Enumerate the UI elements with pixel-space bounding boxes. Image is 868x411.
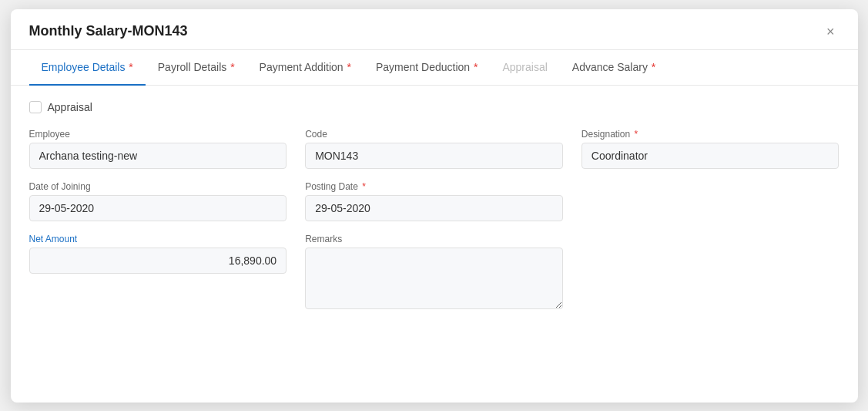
designation-label: Designation * — [581, 129, 840, 140]
posting-date-label: Posting Date * — [305, 181, 563, 192]
code-label: Code — [305, 129, 563, 140]
code-group: Code — [305, 129, 563, 169]
appraisal-row: Appraisal — [29, 101, 840, 113]
appraisal-checkbox[interactable] — [29, 101, 42, 113]
form-row-2: Date of Joining Posting Date * — [29, 181, 840, 221]
tab-payment-addition[interactable]: Payment Addition * — [247, 50, 364, 86]
designation-input[interactable] — [581, 143, 840, 169]
tab-advance-salary[interactable]: Advance Salary * — [560, 50, 668, 86]
modal-title: Monthly Salary-MON143 — [29, 23, 188, 39]
net-amount-group: Net Amount — [29, 234, 287, 309]
tab-payment-deduction[interactable]: Payment Deduction * — [364, 50, 491, 86]
posting-date-group: Posting Date * — [305, 181, 563, 221]
net-amount-input[interactable] — [29, 248, 287, 274]
date-of-joining-group: Date of Joining — [29, 181, 287, 221]
close-button[interactable]: × — [822, 23, 840, 40]
tab-employee-details[interactable]: Employee Details * — [29, 50, 146, 86]
net-amount-label: Net Amount — [29, 234, 287, 244]
code-input[interactable] — [305, 143, 563, 169]
employee-group: Employee — [29, 129, 287, 169]
modal-body: Appraisal Employee Code Designation * — [11, 86, 858, 399]
date-of-joining-label: Date of Joining — [29, 181, 287, 192]
tab-payroll-details[interactable]: Payroll Details * — [146, 50, 247, 86]
remarks-group: Remarks — [305, 234, 563, 309]
tab-appraisal: Appraisal — [490, 50, 559, 86]
posting-date-input[interactable] — [305, 195, 563, 221]
remarks-textarea[interactable] — [305, 248, 563, 309]
empty-group-1 — [581, 181, 840, 221]
remarks-label: Remarks — [305, 234, 563, 244]
tab-bar: Employee Details * Payroll Details * Pay… — [11, 50, 858, 86]
form-row-3: Net Amount Remarks — [29, 234, 840, 309]
employee-input[interactable] — [29, 143, 287, 169]
modal-container: Monthly Salary-MON143 × Employee Details… — [11, 9, 858, 403]
designation-group: Designation * — [581, 129, 840, 169]
empty-group-2 — [581, 234, 840, 309]
appraisal-label: Appraisal — [48, 101, 92, 113]
modal-header: Monthly Salary-MON143 × — [11, 9, 858, 50]
employee-label: Employee — [29, 129, 287, 140]
date-of-joining-input[interactable] — [29, 195, 287, 221]
form-row-1: Employee Code Designation * — [29, 129, 840, 169]
